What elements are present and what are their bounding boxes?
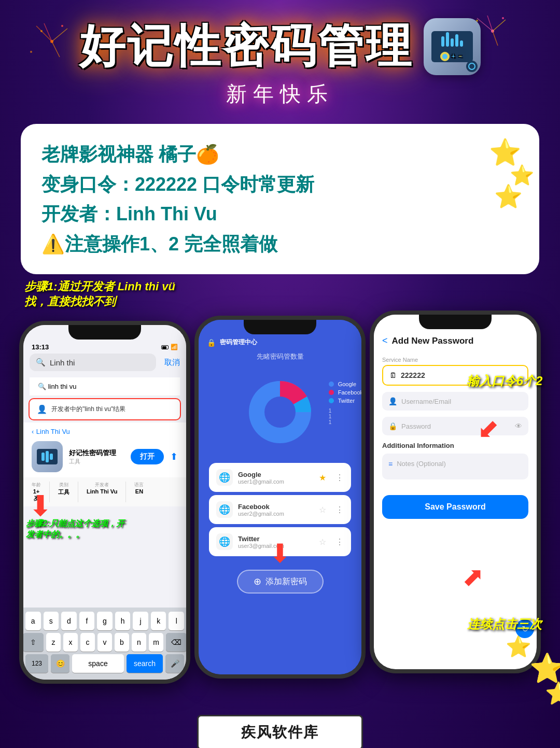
google-icon: 🌐 xyxy=(219,472,230,483)
developer-result-text: 开发者中的"linh thi vu"结果 xyxy=(51,405,125,414)
svg-point-16 xyxy=(264,397,296,428)
meta-category: 类别 工具 xyxy=(58,482,69,502)
phone3-notch xyxy=(419,315,492,329)
person-field-icon: 👤 xyxy=(388,397,397,405)
key-f[interactable]: f xyxy=(79,612,95,630)
facebook-name: Facebook xyxy=(238,503,314,511)
add-button-label: 添加新密码 xyxy=(265,576,307,587)
key-x[interactable]: x xyxy=(63,633,78,652)
info-line-2: 变身口令：222222 口令时常更新 xyxy=(41,170,519,200)
google-email: user1@gmail.com xyxy=(238,478,314,485)
facebook-info: Facebook user2@gmail.com xyxy=(238,503,314,517)
info-card: 老牌影视神器 橘子🍊 变身口令：222222 口令时常更新 开发者：Linh T… xyxy=(21,124,539,274)
annotation-step2: 步骤2:只能点这个选项，开发者中的。。。 xyxy=(26,518,130,540)
key-h[interactable]: h xyxy=(115,612,131,630)
calendar-icon: 🗓 xyxy=(389,371,397,379)
add-button-area: ⬇ ⊕ 添加新密码 xyxy=(199,564,361,599)
key-k[interactable]: k xyxy=(151,612,166,630)
service-name-label: Service Name xyxy=(382,357,528,363)
key-emoji[interactable]: 😊 xyxy=(51,654,69,673)
info-card-wrapper: 老牌影视神器 橘子🍊 变身口令：222222 口令时常更新 开发者：Linh T… xyxy=(0,124,560,274)
key-m[interactable]: m xyxy=(149,633,163,652)
phone1-search-text: Linh thi xyxy=(50,358,75,367)
chart-area: Google Facebook Twitter 111 xyxy=(199,365,361,461)
search-result-1[interactable]: 🔍 linh thi vu xyxy=(30,377,180,396)
info-line-3: 开发者：Linh Thi Vu xyxy=(41,199,519,229)
info-line-4: ⚠️注意操作1、2 完全照着做 xyxy=(41,229,519,259)
facebook-icon: 🌐 xyxy=(219,504,230,515)
key-search[interactable]: search xyxy=(127,654,163,673)
keyboard-row-1: a s d f g h j k l xyxy=(25,612,184,630)
twitter-icon-bg: 🌐 xyxy=(216,533,233,550)
twitter-icon: 🌐 xyxy=(219,536,230,547)
app-icon-header: + − xyxy=(424,18,481,75)
add-new-password-button[interactable]: ⊕ 添加新密码 xyxy=(237,570,324,594)
meta-language: 语言 EN xyxy=(134,482,144,502)
app-info: 好记性密码管理 工具 xyxy=(69,448,124,465)
phone1-time: 13:13 xyxy=(32,343,49,351)
key-s[interactable]: s xyxy=(44,612,59,630)
phone2-header-title: 密码管理中心 xyxy=(220,338,257,347)
back-link-area[interactable]: ‹ Linh Thi Vu xyxy=(23,422,186,436)
pie-chart: Google Facebook Twitter 111 xyxy=(239,371,321,456)
facebook-star-icon: ☆ xyxy=(319,505,326,515)
developer-result[interactable]: 👤 开发者中的"linh thi vu"结果 xyxy=(29,398,181,420)
person-icon: 👤 xyxy=(37,404,47,414)
phone1-screen: 13:13 📶 🔍 Linh thi xyxy=(23,325,186,680)
phone2-frame: 🔒 密码管理中心 先睹密码管数量 xyxy=(194,316,366,679)
facebook-more-icon[interactable]: ⋮ xyxy=(335,505,344,515)
key-123[interactable]: 123 xyxy=(25,654,48,673)
lock-icon: 🔒 xyxy=(207,338,216,347)
key-c[interactable]: c xyxy=(80,633,95,652)
bottom-banner: 疾风软件库 xyxy=(197,715,363,748)
open-button[interactable]: 打开 xyxy=(131,449,164,464)
eye-icon[interactable]: 👁 xyxy=(515,422,522,430)
username-field: 👤 Username/Email xyxy=(382,392,528,411)
phone1-search-area: 🔍 Linh thi 取消 xyxy=(23,354,186,375)
key-space[interactable]: space xyxy=(72,654,124,673)
notes-field[interactable]: ≡ Notes (Optional) xyxy=(382,454,528,479)
key-shift[interactable]: ⇧ xyxy=(23,633,44,652)
google-more-icon[interactable]: ⋮ xyxy=(335,473,344,483)
key-d[interactable]: d xyxy=(61,612,77,630)
phone2-subtitle: 先睹密码管数量 xyxy=(199,352,361,365)
key-z[interactable]: z xyxy=(46,633,61,652)
key-j[interactable]: j xyxy=(133,612,148,630)
key-g[interactable]: g xyxy=(97,612,113,630)
header-section: 好记性密码管理 + − xyxy=(0,0,560,114)
phones-section: 步骤1:通过开发者 Linh thi vü 找，直接找找不到 13:13 📶 xyxy=(0,285,560,684)
share-icon[interactable]: ⬆ xyxy=(170,451,178,462)
phone2-wrapper: 🔒 密码管理中心 先睹密码管数量 xyxy=(194,316,366,684)
phone1-search-input[interactable]: 🔍 Linh thi xyxy=(30,354,156,371)
service-name-value: 222222 xyxy=(401,371,425,379)
twitter-more-icon[interactable]: ⋮ xyxy=(335,537,344,547)
facebook-icon-bg: 🌐 xyxy=(216,501,233,518)
key-a[interactable]: a xyxy=(25,612,41,630)
phone1-cancel-button[interactable]: 取消 xyxy=(164,358,180,368)
plus-icon: ⊕ xyxy=(254,576,261,587)
key-mic[interactable]: 🎤 xyxy=(165,654,184,673)
password-item-google[interactable]: 🌐 Google user1@gmail.com ★ ⋮ xyxy=(209,463,351,492)
phone2-notch xyxy=(244,320,316,334)
key-v[interactable]: v xyxy=(97,633,112,652)
key-n[interactable]: n xyxy=(132,633,146,652)
back-button[interactable]: < xyxy=(382,335,388,346)
phone1-frame: 13:13 📶 🔍 Linh thi xyxy=(19,321,190,684)
legend-facebook: Facebook xyxy=(338,389,361,396)
password-item-facebook[interactable]: 🌐 Facebook user2@gmail.com ☆ ⋮ xyxy=(209,495,351,524)
main-title-area: 好记性密码管理 + − xyxy=(10,16,550,77)
google-icon-bg: 🌐 xyxy=(216,469,233,486)
main-title-text: 好记性密码管理 xyxy=(79,16,413,77)
save-password-button[interactable]: Save Password xyxy=(382,495,528,519)
keyboard-row-3: 123 😊 space search 🎤 xyxy=(25,654,184,673)
annotation-click-hint: 连续点击三次 xyxy=(458,616,551,632)
key-b[interactable]: b xyxy=(115,633,129,652)
google-info: Google user1@gmail.com xyxy=(238,471,314,485)
username-input[interactable]: 👤 Username/Email xyxy=(382,392,528,411)
key-l[interactable]: l xyxy=(169,612,184,630)
bottom-banner-area: 疾风软件库 xyxy=(0,704,560,748)
key-delete[interactable]: ⌫ xyxy=(166,633,186,652)
back-label: Linh Thi Vu xyxy=(36,428,70,435)
lock-field-icon: 🔒 xyxy=(388,422,397,430)
username-placeholder: Username/Email xyxy=(401,398,451,405)
